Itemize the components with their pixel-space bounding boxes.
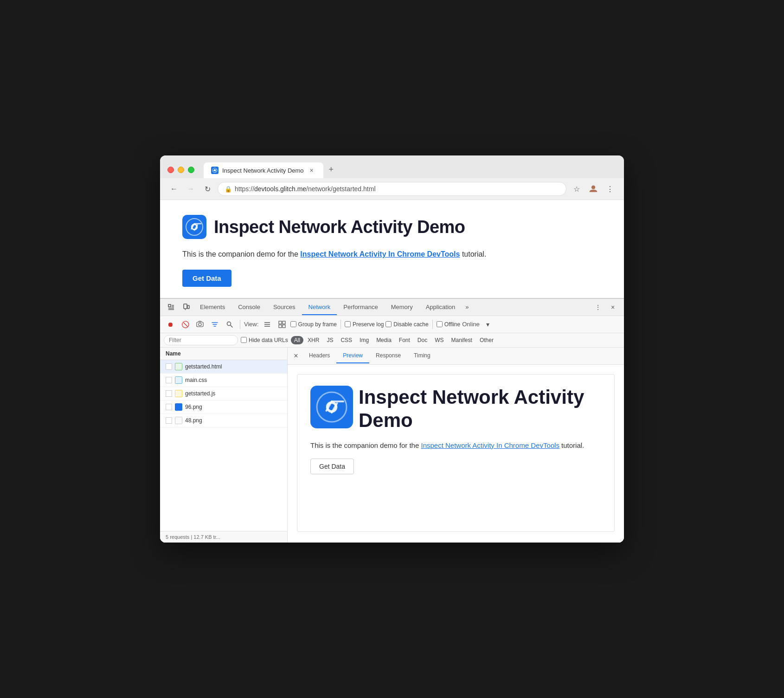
- page-logo: [182, 215, 206, 239]
- traffic-light-minimize[interactable]: [178, 167, 184, 173]
- filter-doc-button[interactable]: Doc: [414, 336, 431, 344]
- file-name: getstarted.html: [185, 363, 282, 370]
- preview-tab-preview[interactable]: Preview: [336, 349, 369, 363]
- devtools-device-icon[interactable]: [179, 299, 193, 316]
- file-list-header: Name: [160, 348, 287, 360]
- filter-manifest-button[interactable]: Manifest: [448, 336, 476, 344]
- devtools-tab-more[interactable]: »: [462, 300, 472, 314]
- page-link[interactable]: Inspect Network Activity In Chrome DevTo…: [300, 250, 460, 258]
- devtools-tab-performance[interactable]: Performance: [337, 300, 384, 315]
- record-button[interactable]: ⏺: [164, 318, 177, 331]
- file-checkbox[interactable]: [166, 363, 172, 370]
- forward-button[interactable]: →: [184, 182, 197, 195]
- url-path: /network/getstarted.html: [306, 185, 375, 193]
- file-item-48-png[interactable]: 48.png: [160, 414, 287, 427]
- bookmark-button[interactable]: ☆: [570, 182, 583, 195]
- menu-button[interactable]: ⋮: [604, 182, 617, 195]
- file-name: 96.png: [185, 404, 282, 410]
- file-item-getstarted-html[interactable]: getstarted.html: [160, 360, 287, 374]
- back-button[interactable]: ←: [167, 182, 180, 195]
- profile-button[interactable]: [587, 182, 600, 195]
- filter-ws-button[interactable]: WS: [431, 336, 447, 344]
- preview-logo: [310, 386, 353, 428]
- png2-file-icon: [175, 417, 182, 424]
- preview-close-button[interactable]: ×: [291, 348, 301, 364]
- preview-tab-timing[interactable]: Timing: [407, 349, 437, 363]
- view-grid-button[interactable]: [276, 318, 289, 331]
- traffic-light-close[interactable]: [167, 167, 174, 173]
- devtools-tab-application[interactable]: Application: [419, 300, 462, 315]
- get-data-button[interactable]: Get Data: [182, 270, 231, 287]
- filter-img-button[interactable]: Img: [356, 336, 372, 344]
- new-tab-button[interactable]: +: [323, 161, 340, 178]
- throttle-dropdown[interactable]: ▾: [482, 318, 495, 331]
- preview-link[interactable]: Inspect Network Activity In Chrome DevTo…: [421, 441, 559, 449]
- devtools-more-actions[interactable]: ⋮: [591, 299, 605, 316]
- preserve-log-checkbox[interactable]: [345, 321, 351, 327]
- filter-button[interactable]: [208, 318, 221, 331]
- disable-cache-label: Disable cache: [393, 321, 428, 328]
- file-checkbox[interactable]: [166, 404, 172, 410]
- svg-point-2: [591, 186, 595, 189]
- filter-type-buttons: All XHR JS CSS Img Media Font Doc WS Man…: [291, 336, 497, 344]
- camera-button[interactable]: [193, 318, 206, 331]
- svg-rect-13: [283, 321, 285, 324]
- devtools-tab-memory[interactable]: Memory: [385, 300, 419, 315]
- tab-favicon: [211, 167, 218, 174]
- filter-font-button[interactable]: Font: [396, 336, 413, 344]
- file-name: getstarted.js: [185, 390, 282, 397]
- svg-rect-12: [279, 321, 282, 324]
- active-tab[interactable]: Inspect Network Activity Demo ×: [204, 162, 323, 178]
- preview-description: This is the companion demo for the Inspe…: [310, 440, 601, 451]
- disable-cache-option: Disable cache: [386, 321, 428, 328]
- filter-css-button[interactable]: CSS: [337, 336, 355, 344]
- reload-button[interactable]: ↻: [201, 182, 214, 195]
- devtools-inspector-icon[interactable]: [164, 299, 179, 316]
- file-checkbox[interactable]: [166, 377, 172, 383]
- file-list: Name getstarted.html main.css getstarted…: [160, 348, 288, 543]
- preview-get-data-button[interactable]: Get Data: [310, 459, 354, 474]
- file-checkbox[interactable]: [166, 390, 172, 397]
- offline-checkbox[interactable]: [437, 321, 443, 327]
- filter-input[interactable]: [164, 335, 238, 345]
- filter-all-button[interactable]: All: [291, 336, 303, 344]
- file-checkbox[interactable]: [166, 417, 172, 424]
- devtools-close-button[interactable]: ×: [605, 299, 620, 316]
- filter-js-button[interactable]: JS: [323, 336, 336, 344]
- filter-media-button[interactable]: Media: [373, 336, 395, 344]
- hide-data-urls-checkbox[interactable]: [241, 337, 247, 343]
- toolbar-divider-3: [432, 320, 433, 329]
- png-file-icon: [175, 403, 182, 411]
- devtools-tab-elements[interactable]: Elements: [193, 300, 231, 315]
- title-bar: Inspect Network Activity Demo × +: [160, 155, 624, 178]
- devtools-tab-network[interactable]: Network: [302, 300, 337, 315]
- devtools-panel: Elements Console Sources Network Perform…: [160, 298, 624, 543]
- search-button[interactable]: [223, 318, 236, 331]
- filter-xhr-button[interactable]: XHR: [304, 336, 322, 344]
- browser-window: Inspect Network Activity Demo × + ← → ↻ …: [160, 155, 624, 543]
- stop-record-button[interactable]: 🚫: [179, 318, 192, 331]
- preview-content: Inspect Network Activity Demo This is th…: [288, 365, 624, 543]
- url-host: devtools.glitch.me: [254, 185, 306, 193]
- filter-other-button[interactable]: Other: [476, 336, 497, 344]
- file-item-main-css[interactable]: main.css: [160, 374, 287, 387]
- svg-rect-6: [168, 304, 171, 307]
- page-content: Inspect Network Activity Demo This is th…: [160, 200, 624, 298]
- preserve-log-label: Preserve log: [353, 321, 384, 328]
- devtools-tab-console[interactable]: Console: [231, 300, 267, 315]
- file-item-getstarted-js[interactable]: getstarted.js: [160, 387, 287, 401]
- url-bar[interactable]: 🔒 https://devtools.glitch.me/network/get…: [218, 182, 566, 196]
- tab-close-button[interactable]: ×: [308, 166, 316, 174]
- preview-tab-response[interactable]: Response: [369, 349, 407, 363]
- tabs-area: Inspect Network Activity Demo × +: [204, 161, 617, 178]
- group-by-frame-option: Group by frame: [290, 321, 337, 328]
- preview-logo-area: Inspect Network Activity Demo: [310, 386, 601, 433]
- group-by-frame-checkbox[interactable]: [290, 321, 296, 327]
- disable-cache-checkbox[interactable]: [386, 321, 392, 327]
- traffic-light-maximize[interactable]: [188, 167, 194, 173]
- view-list-button[interactable]: [261, 318, 274, 331]
- file-item-96-png[interactable]: 96.png: [160, 401, 287, 414]
- devtools-tab-sources[interactable]: Sources: [267, 300, 302, 315]
- toolbar-divider-1: [240, 320, 240, 329]
- preview-tab-headers[interactable]: Headers: [302, 349, 336, 363]
